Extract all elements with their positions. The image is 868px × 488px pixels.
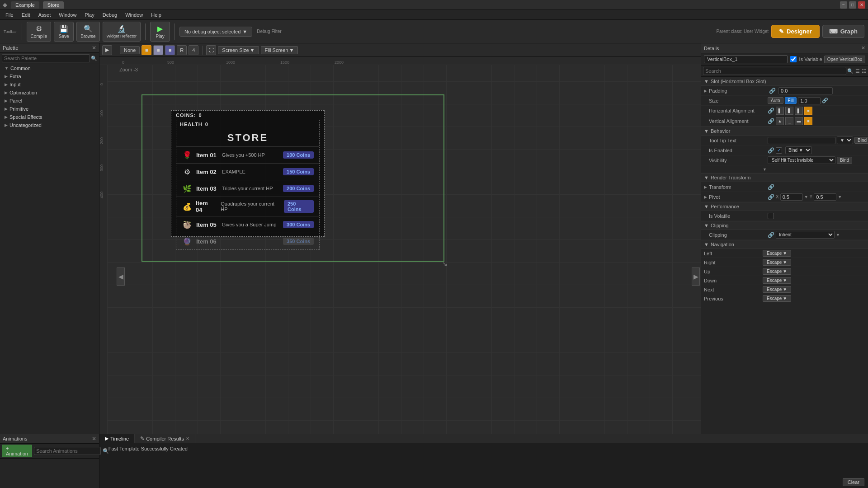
tool-cursor-icon[interactable]: ▶ — [102, 45, 112, 55]
tab-timeline[interactable]: ▶ Timeline — [99, 434, 135, 443]
palette-item-extra[interactable]: ▶ Extra — [0, 72, 99, 80]
h-align-left-button[interactable]: ▌ — [776, 107, 784, 115]
menu-debug[interactable]: Debug — [99, 11, 121, 19]
visibility-expand-icon2[interactable]: ▼ — [763, 167, 767, 172]
canvas-nav-right-button[interactable]: ▶ — [692, 267, 700, 286]
tooltip-dropdown[interactable]: ▼ — [837, 136, 853, 144]
tool-4-icon[interactable]: 4 — [189, 45, 198, 55]
menu-window2[interactable]: Window — [122, 11, 146, 19]
transform-expand-icon[interactable]: ▶ — [704, 185, 707, 189]
fill-screen-dropdown[interactable]: Fill Screen ▼ — [261, 46, 298, 54]
store-item-1[interactable]: 🌹 Item 01 Gives you +500 HP 100 Coins — [176, 146, 319, 163]
is-variable-checkbox[interactable] — [790, 56, 797, 62]
debug-filter-dropdown[interactable]: No debug object selected ▼ — [179, 27, 252, 37]
tooltip-input[interactable] — [768, 137, 835, 144]
clipping-link-icon[interactable]: 🔗 — [768, 232, 774, 238]
padding-expand-icon[interactable]: ▶ — [704, 89, 707, 93]
palette-item-panel[interactable]: ▶ Panel — [0, 97, 99, 105]
pivot-expand-icon[interactable]: ▶ — [704, 195, 707, 199]
is-volatile-checkbox[interactable] — [768, 213, 774, 219]
v-align-bottom-button[interactable]: ▬ — [795, 117, 803, 125]
pivot-y-arrow-icon[interactable]: ▼ — [838, 195, 842, 199]
palette-item-primitive[interactable]: ▶ Primitive — [0, 105, 99, 113]
h-align-right-button[interactable]: ▌ — [795, 107, 803, 115]
details-close-icon[interactable]: ✕ — [861, 45, 865, 51]
details-search-icon[interactable]: 🔍 — [847, 68, 854, 74]
screen-size-dropdown[interactable]: Screen Size ▼ — [218, 46, 259, 54]
size-fill-button[interactable]: Fill — [785, 97, 797, 104]
details-grid-toggle-icon[interactable]: ☷ — [862, 68, 866, 74]
performance-section-header[interactable]: ▼ Performance — [701, 202, 868, 211]
menu-edit[interactable]: Edit — [18, 11, 34, 19]
palette-item-optimization[interactable]: ▶ Optimization — [0, 89, 99, 97]
navigation-section-header[interactable]: ▼ Navigation — [701, 240, 868, 249]
canvas-nav-left-button[interactable]: ◀ — [117, 267, 125, 286]
palette-item-common[interactable]: ▼ Common — [0, 64, 99, 72]
details-view-toggle-icon[interactable]: ☰ — [855, 68, 860, 74]
size-auto-button[interactable]: Auto — [768, 97, 783, 104]
is-enabled-checkbox[interactable] — [776, 147, 782, 154]
padding-input[interactable] — [778, 87, 833, 94]
store-item-6[interactable]: 🔮 Item 06 350 Coins — [176, 233, 319, 249]
palette-item-uncategorized[interactable]: ▶ Uncategorized — [0, 121, 99, 129]
v-align-fill-button[interactable]: ■ — [804, 117, 812, 125]
is-enabled-link-icon[interactable]: 🔗 — [768, 147, 774, 154]
palette-item-special-effects[interactable]: ▶ Special Effects — [0, 113, 99, 121]
h-align-link-icon[interactable]: 🔗 — [768, 108, 774, 114]
clipping-section-header[interactable]: ▼ Clipping — [701, 221, 868, 230]
tool-frame-icon[interactable]: ⛶ — [206, 45, 216, 55]
store-item-4[interactable]: 💰 Item 04 Quadruples your current HP 250… — [176, 197, 319, 216]
tooltip-bind-button[interactable]: Bind — [854, 137, 868, 144]
tool-color-3-icon[interactable]: ■ — [165, 45, 175, 55]
h-align-center-button[interactable]: ▋ — [785, 107, 793, 115]
tab-compiler-results[interactable]: ✎ Compiler Results ✕ — [135, 434, 195, 443]
clear-button[interactable]: Clear — [843, 478, 864, 486]
tab-store[interactable]: Store — [43, 1, 64, 9]
nav-left-escape-button[interactable]: Escape ▼ — [763, 250, 791, 257]
pivot-x-input[interactable] — [780, 193, 803, 201]
v-align-center-button[interactable]: ⎯ — [785, 117, 793, 125]
tab-example[interactable]: Example — [11, 1, 39, 9]
menu-file[interactable]: File — [2, 11, 17, 19]
browse-button[interactable]: 🔍 Browse — [76, 22, 99, 42]
menu-window[interactable]: Window — [55, 11, 80, 19]
animations-close-icon[interactable]: ✕ — [92, 436, 96, 442]
palette-search-icon[interactable]: 🔍 — [91, 56, 97, 61]
size-input[interactable] — [798, 97, 821, 104]
store-item-2[interactable]: ⚙ Item 02 EXAMPLE 150 Coins — [176, 163, 319, 180]
nav-right-escape-button[interactable]: Escape ▼ — [763, 259, 791, 266]
menu-play[interactable]: Play — [81, 11, 98, 19]
padding-link-icon[interactable]: 🔗 — [769, 88, 776, 94]
animations-search-input[interactable] — [34, 447, 101, 455]
designer-button[interactable]: ✎ Designer — [771, 25, 820, 38]
v-align-link-icon[interactable]: 🔗 — [768, 118, 774, 124]
menu-help[interactable]: Help — [147, 11, 165, 19]
widget-name-input[interactable] — [704, 55, 788, 63]
clipping-dropdown[interactable]: Inherit — [776, 231, 835, 239]
behavior-section-header[interactable]: ▼ Behavior — [701, 127, 868, 136]
graph-button[interactable]: ⌨ Graph — [822, 25, 864, 38]
nav-up-escape-button[interactable]: Escape ▼ — [763, 268, 791, 275]
slot-section-header[interactable]: ▼ Slot (Horizontal Box Slot) — [701, 77, 868, 86]
v-align-top-button[interactable]: ▲ — [776, 117, 784, 125]
add-animation-button[interactable]: + Animation — [2, 445, 32, 457]
nav-down-escape-button[interactable]: Escape ▼ — [763, 277, 791, 284]
details-search-input[interactable] — [703, 67, 846, 75]
visibility-bind-button[interactable]: Bind — [837, 157, 852, 164]
palette-search-input[interactable] — [2, 54, 90, 62]
open-vertical-box-button[interactable]: Open VerticalBox — [824, 56, 865, 63]
resize-handle-icon[interactable]: ↘ — [442, 260, 448, 267]
tool-r-icon[interactable]: R — [177, 45, 187, 55]
store-item-3[interactable]: 🌿 Item 03 Triples your current HP 200 Co… — [176, 180, 319, 197]
store-item-5[interactable]: 🦥 Item 05 Gives you a Super Jump 300 Coi… — [176, 216, 319, 233]
menu-asset[interactable]: Asset — [35, 11, 55, 19]
palette-item-input[interactable]: ▶ Input — [0, 80, 99, 89]
play-button[interactable]: ▶ Play — [150, 22, 170, 42]
none-button[interactable]: None — [120, 46, 140, 54]
tool-color-1-icon[interactable]: ■ — [142, 45, 151, 55]
visibility-dropdown[interactable]: Self Hit Test Invisible — [768, 156, 835, 164]
size-link-icon[interactable]: 🔗 — [822, 98, 828, 103]
close-icon[interactable]: ✕ — [858, 1, 865, 9]
pivot-x-arrow-icon[interactable]: ▼ — [804, 195, 808, 199]
compiler-tab-close-icon[interactable]: ✕ — [186, 436, 189, 441]
